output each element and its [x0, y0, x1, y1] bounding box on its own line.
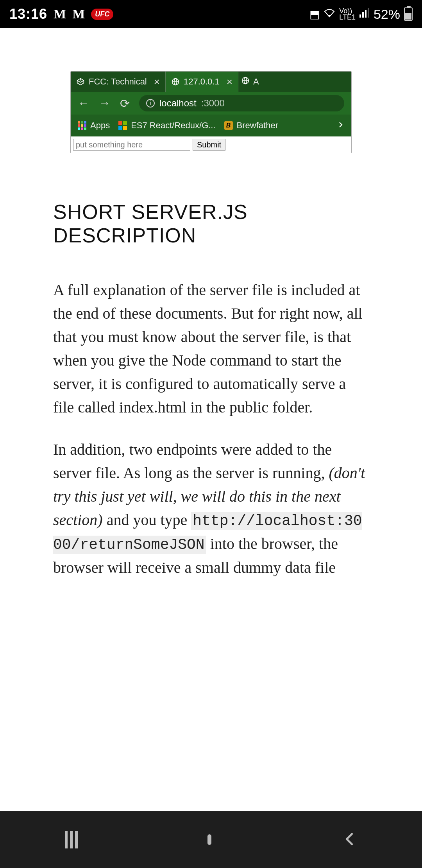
close-icon[interactable]: ×	[154, 76, 160, 88]
signal-icon	[359, 8, 370, 20]
bookmark-item[interactable]: ES7 React/Redux/G...	[118, 120, 215, 131]
codepen-icon	[76, 77, 85, 86]
apps-button[interactable]: Apps	[78, 120, 110, 131]
recents-button[interactable]	[65, 831, 78, 848]
browser-tab-active[interactable]: 127.0.0.1 ×	[166, 72, 238, 92]
app-update-icon: ⬒	[309, 8, 320, 21]
clock: 13:16	[9, 6, 47, 22]
recents-icon	[65, 831, 78, 848]
reload-icon[interactable]: ⟳	[120, 97, 130, 110]
tab-overflow: A	[238, 72, 262, 92]
notification-icon: M	[54, 7, 66, 22]
info-icon[interactable]: i	[146, 99, 155, 108]
apps-icon	[78, 121, 86, 130]
bookmark-overflow-icon[interactable]	[337, 120, 344, 131]
url-port: :3000	[201, 98, 225, 109]
back-button[interactable]	[342, 831, 357, 848]
android-nav-bar	[0, 811, 422, 868]
address-bar: ← → ⟳ i localhost:3000	[71, 92, 351, 115]
url-host: localhost	[159, 98, 197, 109]
svg-line-7	[80, 81, 84, 82]
microsoft-icon	[118, 121, 127, 130]
section-heading: SHORT SERVER.JS DESCRIPTION	[53, 200, 369, 247]
text-run: In addition, two endpoints were added to…	[53, 441, 332, 482]
bookmark-item[interactable]: B Brewfather	[224, 120, 278, 131]
close-icon[interactable]: ×	[227, 76, 232, 88]
wifi-icon	[324, 8, 335, 20]
text-run: and you type	[103, 511, 191, 529]
article: SHORT SERVER.JS DESCRIPTION A full expla…	[14, 153, 408, 579]
tab-strip: FCC: Technical × 127.0.0.1 × A	[71, 72, 351, 92]
globe-icon	[171, 77, 180, 86]
android-status-bar: 13:16 M M UFC ⬒ Vo)) LTE1 52%	[0, 0, 422, 28]
svg-rect-4	[368, 8, 369, 18]
back-icon	[342, 841, 357, 848]
bookmark-label: Brewfather	[237, 120, 278, 131]
home-button[interactable]	[207, 836, 211, 843]
url-field[interactable]: i localhost:3000	[139, 95, 344, 111]
svg-line-6	[77, 81, 80, 82]
browser-screenshot: FCC: Technical × 127.0.0.1 × A ← → ⟳	[70, 71, 352, 153]
globe-icon	[241, 77, 249, 87]
back-icon[interactable]: ←	[78, 97, 89, 110]
battery-icon	[404, 7, 413, 21]
brewfather-icon: B	[224, 121, 233, 130]
battery-percent: 52%	[374, 7, 400, 22]
network-label: Vo)) LTE1	[339, 8, 356, 20]
bookmarks-bar: Apps ES7 React/Redux/G... B Brewfather	[71, 115, 351, 136]
text-input[interactable]	[73, 139, 190, 151]
notification-icon: M	[72, 7, 85, 22]
bookmark-label: ES7 React/Redux/G...	[131, 120, 215, 131]
browser-tab[interactable]: FCC: Technical ×	[71, 72, 166, 92]
paragraph: In addition, two endpoints were added to…	[53, 438, 369, 579]
svg-rect-1	[359, 14, 361, 18]
apps-label: Apps	[90, 120, 110, 131]
svg-rect-3	[365, 10, 367, 18]
svg-rect-2	[362, 12, 364, 18]
tab-fragment: A	[253, 77, 259, 87]
notification-pill: UFC	[91, 9, 113, 20]
tab-title: 127.0.0.1	[184, 77, 220, 87]
page-content: FCC: Technical × 127.0.0.1 × A ← → ⟳	[0, 28, 422, 579]
forward-icon[interactable]: →	[99, 97, 111, 110]
page-body: Submit	[71, 136, 351, 153]
tab-title: FCC: Technical	[89, 77, 147, 87]
paragraph: A full explanation of the server file is…	[53, 278, 369, 419]
svg-point-0	[329, 15, 330, 16]
submit-button[interactable]: Submit	[193, 139, 225, 151]
home-icon	[207, 834, 211, 845]
